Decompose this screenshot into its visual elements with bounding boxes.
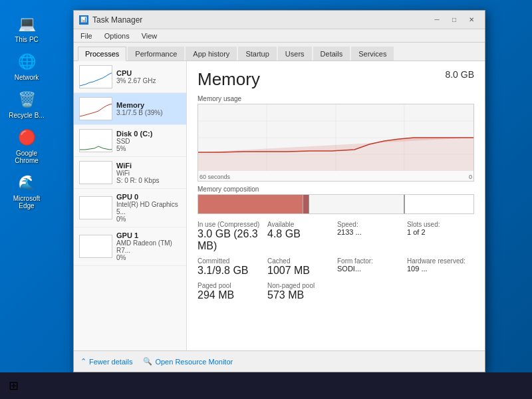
desktop-icon-chrome[interactable]: 🔴 Google Chrome — [5, 127, 48, 164]
network-icon: 🌐 — [16, 51, 37, 72]
recycle-bin-label: Recycle B... — [9, 112, 44, 119]
sidebar-item-gpu0[interactable]: GPU 0 Intel(R) HD Graphics 5... 0% — [74, 189, 186, 227]
desktop-icon-this-pc[interactable]: 💻 This PC — [5, 13, 48, 43]
open-resource-monitor-link[interactable]: 🔍 Open Resource Monitor — [143, 357, 233, 366]
composition-label: Memory composition — [198, 186, 474, 193]
composition-bar — [198, 194, 474, 214]
committed-value: 3.1/9.8 GB — [198, 265, 265, 277]
comp-free — [404, 195, 473, 213]
chevron-up-icon: ⌃ — [80, 357, 86, 366]
memory-graph-container: 7.9 GB — [198, 104, 474, 182]
speed-label: Speed: — [337, 221, 404, 228]
sidebar-item-disk[interactable]: Disk 0 (C:) SSD 5% — [74, 125, 186, 157]
taskbar: ⊞ — [0, 372, 532, 399]
tabs-bar: Processes Performance App history Startu… — [74, 43, 485, 61]
graph-zero-label: 0 — [469, 174, 472, 180]
gpu0-chart — [79, 196, 112, 219]
maximize-button[interactable]: □ — [446, 14, 462, 26]
task-manager-icon: 📊 — [79, 15, 88, 25]
cpu-chart — [79, 65, 112, 88]
close-button[interactable]: ✕ — [464, 14, 479, 26]
disk-info: Disk 0 (C:) SSD 5% — [116, 130, 181, 152]
memory-usage-label: Memory usage — [198, 95, 474, 102]
stat-form-factor: Form factor: SODI... — [337, 257, 404, 277]
memory-info: Memory 3.1/7.5 B (39%) — [116, 101, 181, 116]
open-monitor-label: Open Resource Monitor — [155, 358, 233, 366]
svg-rect-2 — [80, 235, 112, 258]
svg-rect-0 — [80, 162, 112, 184]
fewer-details-link[interactable]: ⌃ Fewer details — [80, 357, 132, 366]
slots-label: Slots used: — [407, 221, 474, 228]
sidebar-item-gpu1[interactable]: GPU 1 AMD Radeon (TM) R7... 0% — [74, 227, 186, 266]
chrome-label: Google Chrome — [5, 150, 48, 164]
window-title: Task Manager — [92, 15, 142, 25]
wifi-label: WiFi — [116, 162, 181, 170]
comp-modified — [303, 195, 308, 213]
gpu0-label: GPU 0 — [116, 193, 181, 201]
edge-icon: 🌊 — [16, 172, 37, 194]
monitor-icon: 🔍 — [143, 357, 152, 366]
tab-app-history[interactable]: App history — [186, 47, 237, 61]
stat-committed: Committed 3.1/9.8 GB — [198, 257, 265, 277]
wifi-info: WiFi WiFi S: 0 R: 0 Kbps — [116, 162, 181, 184]
tab-startup[interactable]: Startup — [238, 47, 276, 61]
fewer-details-label: Fewer details — [89, 358, 132, 366]
this-pc-icon: 💻 — [16, 13, 37, 35]
tab-performance[interactable]: Performance — [128, 47, 184, 61]
hw-reserved-label: Hardware reserved: — [407, 257, 474, 265]
nonpaged-value: 573 MB — [267, 289, 334, 301]
title-bar: 📊 Task Manager ─ □ ✕ — [74, 11, 485, 29]
stat-available: Available 4.8 GB — [267, 221, 334, 252]
memory-chart — [79, 97, 112, 120]
memory-usage-section: Memory usage 7.9 GB — [198, 95, 474, 182]
wifi-speed: S: 0 R: 0 Kbps — [116, 177, 181, 184]
desktop-icon-edge[interactable]: 🌊 Microsoft Edge — [5, 172, 48, 209]
desktop-icon-network[interactable]: 🌐 Network — [5, 51, 48, 81]
committed-label: Committed — [198, 257, 265, 265]
title-bar-left: 📊 Task Manager — [79, 15, 142, 25]
recycle-bin-icon: 🗑️ — [16, 89, 37, 110]
nonpaged-label: Non-paged pool — [267, 282, 334, 289]
disk-type: SSD — [116, 138, 181, 145]
task-manager-window: 📊 Task Manager ─ □ ✕ File Options View P… — [73, 10, 485, 372]
stat-speed: Speed: 2133 ... — [337, 221, 404, 252]
gpu1-chart — [79, 235, 112, 258]
tab-processes[interactable]: Processes — [78, 47, 126, 61]
stat-cached: Cached 1007 MB — [267, 257, 334, 277]
cpu-label: CPU — [116, 69, 181, 77]
comp-in-use — [198, 195, 303, 213]
sidebar-item-cpu[interactable]: CPU 3% 2.67 GHz — [74, 61, 186, 93]
desktop-icon-recycle[interactable]: 🗑️ Recycle B... — [5, 89, 48, 119]
tab-users[interactable]: Users — [278, 47, 312, 61]
desktop-icons: 💻 This PC 🌐 Network 🗑️ Recycle B... 🔴 Go… — [5, 13, 48, 209]
gpu1-pct: 0% — [116, 254, 181, 261]
menu-bar: File Options View — [74, 29, 485, 43]
bottom-bar: ⌃ Fewer details 🔍 Open Resource Monitor — [74, 350, 485, 372]
menu-file[interactable]: File — [78, 31, 95, 41]
stat-nonpaged: Non-paged pool 573 MB — [267, 282, 334, 301]
cpu-info: CPU 3% 2.67 GHz — [116, 69, 181, 84]
gpu0-info: GPU 0 Intel(R) HD Graphics 5... 0% — [116, 193, 181, 223]
menu-view[interactable]: View — [139, 31, 160, 41]
detail-total: 8.0 GB — [445, 69, 474, 80]
gpu0-pct: 0% — [116, 215, 181, 223]
speed-value: 2133 ... — [337, 228, 404, 236]
sidebar: CPU 3% 2.67 GHz Memory 3.1/7.5 B (39%) — [74, 61, 187, 350]
tab-services[interactable]: Services — [351, 47, 394, 61]
cached-label: Cached — [267, 257, 334, 265]
gpu1-label: GPU 1 — [116, 231, 181, 239]
sidebar-item-wifi[interactable]: WiFi WiFi S: 0 R: 0 Kbps — [74, 157, 186, 189]
tab-details[interactable]: Details — [313, 47, 350, 61]
graph-footer: 60 seconds 0 — [198, 173, 473, 181]
wifi-type: WiFi — [116, 170, 181, 177]
sidebar-item-memory[interactable]: Memory 3.1/7.5 B (39%) — [74, 93, 186, 125]
svg-rect-1 — [80, 197, 112, 219]
gpu0-name: Intel(R) HD Graphics 5... — [116, 201, 181, 215]
menu-options[interactable]: Options — [102, 31, 132, 41]
minimize-button[interactable]: ─ — [429, 14, 445, 26]
start-button[interactable]: ⊞ — [0, 372, 27, 399]
detail-header: Memory 8.0 GB — [198, 69, 474, 90]
wifi-chart — [79, 161, 112, 184]
slots-value: 1 of 2 — [407, 228, 474, 236]
content-area: CPU 3% 2.67 GHz Memory 3.1/7.5 B (39%) — [74, 61, 485, 350]
